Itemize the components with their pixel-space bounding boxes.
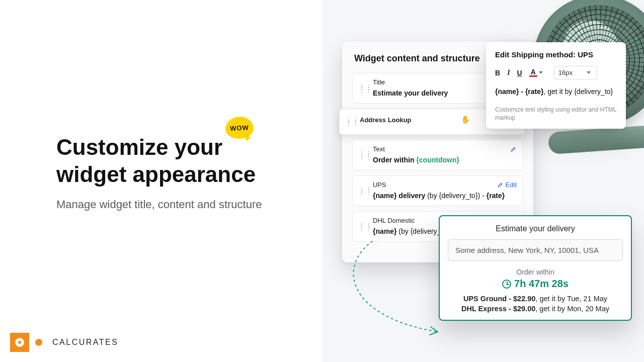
address-input[interactable]: [448, 239, 623, 261]
font-size-value: 16px: [558, 69, 573, 76]
editor-body[interactable]: {name} - {rate}, get it by {delivery_to}: [495, 86, 617, 97]
drag-handle-icon[interactable]: ⋮⋮⋮⋮: [359, 86, 365, 91]
drag-handle-icon[interactable]: ⋮⋮⋮⋮: [359, 224, 365, 229]
shipping-option-line: UPS Ground - $22.90, get it by Tue, 21 M…: [448, 295, 623, 303]
brand-logo: CALCURATES: [10, 333, 118, 352]
bold-button[interactable]: B: [495, 69, 500, 77]
drag-handle-icon[interactable]: ⋮⋮⋮⋮: [359, 189, 365, 194]
promo-pane: WOW Customize your widget appearance Man…: [0, 0, 322, 362]
brand-mark-icon: [10, 333, 29, 352]
italic-button[interactable]: I: [507, 69, 510, 77]
edit-button-label: Edit: [506, 181, 517, 189]
config-row-label: Title: [373, 78, 385, 86]
brand-name: CALCURATES: [52, 338, 118, 347]
edit-button[interactable]: Edit: [497, 181, 517, 189]
clock-icon: [502, 280, 511, 289]
underline-button[interactable]: U: [517, 69, 522, 77]
pencil-icon: [510, 146, 517, 152]
editor-help-text: Customize text styling using editor and …: [495, 106, 617, 122]
brand-dot-icon: [35, 339, 42, 346]
config-row-label: Text: [373, 145, 385, 153]
grab-cursor-icon: ✋: [461, 115, 470, 124]
config-row-body: {name} delivery (by {delivery_to}) - {ra…: [373, 192, 517, 200]
editor-popover: Edit Shipping method: UPS B I U A 16px {…: [486, 42, 626, 129]
edit-button[interactable]: [510, 146, 517, 152]
config-row-ups[interactable]: ⋮⋮⋮⋮ UPS Edit {name} delivery (by {deliv…: [352, 175, 523, 206]
config-row-label: UPS: [373, 181, 386, 189]
countdown-value: 7h 47m 28s: [448, 278, 623, 290]
wow-badge-text: WOW: [230, 124, 249, 132]
config-row-label: Address Lookup: [360, 116, 412, 124]
drag-handle-icon[interactable]: ⋮⋮⋮⋮: [346, 119, 352, 124]
headline: Customize your widget appearance: [56, 134, 298, 188]
chevron-down-icon: [587, 71, 591, 74]
text-color-button[interactable]: A: [529, 68, 543, 77]
config-row-body: Order within {countdown}: [373, 156, 517, 164]
preview-widget: Estimate your delivery Order within 7h 4…: [439, 215, 632, 321]
editor-title: Edit Shipping method: UPS: [495, 50, 617, 59]
editor-toolbar: B I U A 16px: [495, 66, 617, 79]
text-color-icon: A: [529, 68, 537, 77]
chevron-down-icon: [539, 71, 543, 74]
config-row-text[interactable]: ⋮⋮⋮⋮ Text Order within {countdown}: [352, 140, 523, 170]
illustration-pane: Widget content and structure ⋮⋮⋮⋮ Title …: [322, 0, 644, 362]
order-within-label: Order within: [448, 268, 623, 276]
config-row-label: DHL Domestic: [373, 217, 415, 224]
drag-handle-icon[interactable]: ⋮⋮⋮⋮: [359, 153, 365, 158]
pencil-icon: [497, 182, 504, 188]
font-size-select[interactable]: 16px: [554, 66, 597, 79]
subheadline: Manage widget title, content and structu…: [56, 196, 298, 213]
shipping-option-line: DHL Express - $29.00, get it by Mon, 20 …: [448, 305, 623, 313]
preview-title: Estimate your delivery: [448, 224, 623, 233]
